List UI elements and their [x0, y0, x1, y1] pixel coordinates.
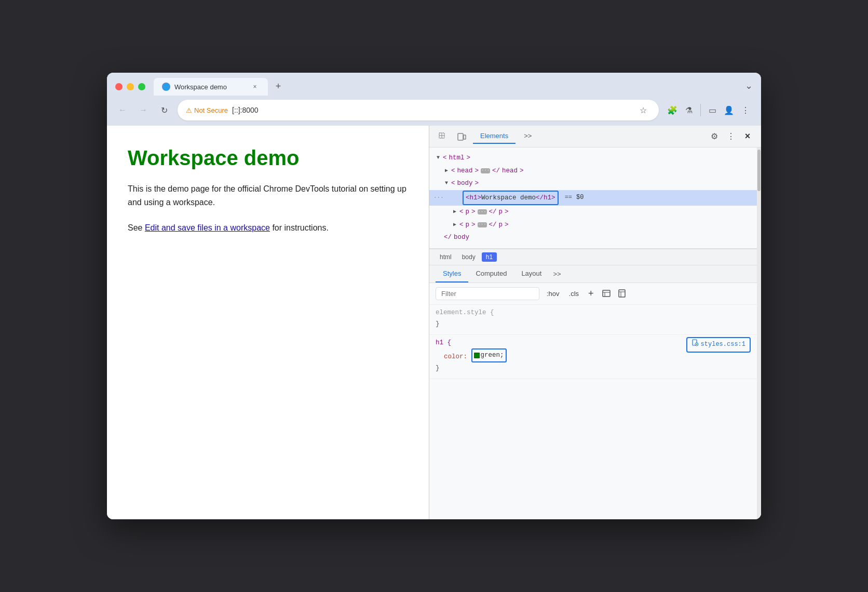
extensions-button[interactable]: 🧩	[665, 103, 680, 117]
profile-button[interactable]: 👤	[722, 103, 736, 117]
filter-actions: :hov .cls +	[544, 287, 628, 300]
svg-rect-5	[603, 290, 610, 297]
dom-tree-area: ▼ <html> ▶ <head> ··· </head>	[429, 147, 757, 249]
styles-tab-row: Styles Computed Layout >>	[429, 265, 757, 283]
dom-row-body[interactable]: ▼ <body>	[429, 177, 757, 190]
elements-tab[interactable]: Elements	[473, 129, 516, 144]
svg-point-13	[696, 343, 697, 344]
expand-html[interactable]: ▼	[436, 155, 441, 160]
forward-button[interactable]: →	[136, 103, 151, 117]
more-tabs-button[interactable]: ⌄	[745, 80, 753, 96]
html-tag: <	[443, 152, 447, 164]
device-toggle-button[interactable]	[454, 129, 469, 144]
labs-button[interactable]: ⚗	[682, 103, 696, 117]
security-indicator: ⚠ Not Secure	[186, 106, 228, 114]
tab-close-button[interactable]: ×	[250, 82, 260, 91]
styles-more-tabs[interactable]: >>	[553, 270, 561, 278]
tab-title: Workspace demo	[174, 83, 227, 91]
devtools-close-button[interactable]: ×	[740, 129, 755, 144]
element-style-block: element.style { }	[429, 305, 757, 335]
filter-input[interactable]	[436, 287, 539, 300]
workspace-link[interactable]: Edit and save files in a workspace	[145, 223, 270, 232]
h1-css-content: h1 { color: green; }	[436, 337, 507, 374]
expand-p2[interactable]: ▶	[452, 222, 457, 227]
file-icon	[691, 339, 699, 351]
style-icon-btn1[interactable]	[600, 287, 613, 300]
devtools-scrollbar[interactable]	[757, 147, 761, 519]
dom-row-p2[interactable]: ▶ <p> ··· </p>	[429, 219, 757, 232]
dom-row-body-close: </body	[429, 231, 757, 244]
head-ellipsis[interactable]: ···	[481, 168, 490, 173]
styles-panel: Styles Computed Layout >> :hov .cls +	[429, 265, 757, 520]
new-tab-button[interactable]: +	[270, 79, 287, 96]
page-paragraph2: See Edit and save files in a workspace f…	[128, 221, 408, 235]
devtools-tabs: Elements	[473, 129, 516, 144]
element-style-close: }	[436, 320, 440, 328]
tab-row: 🌐 Workspace demo × + ⌄	[115, 78, 753, 96]
back-button[interactable]: ←	[115, 103, 130, 117]
hov-button[interactable]: :hov	[544, 289, 563, 299]
more-devtools-tabs[interactable]: >>	[520, 129, 536, 144]
inspect-button[interactable]	[436, 129, 450, 144]
breadcrumb-h1[interactable]: h1	[482, 252, 497, 262]
maximize-traffic-light[interactable]	[138, 83, 145, 90]
h1-equals: ==	[565, 192, 572, 204]
h1-selected-highlight: <h1>Workspace demo</h1>	[463, 191, 559, 206]
svg-rect-4	[464, 135, 466, 139]
bookmark-button[interactable]: ☆	[636, 103, 650, 117]
paragraph2-post: for instructions.	[270, 223, 329, 232]
devtools-toolbar: Elements >> ⚙ ⋮ ×	[429, 126, 761, 147]
p1-ellipsis[interactable]: ···	[478, 209, 487, 214]
active-tab[interactable]: 🌐 Workspace demo ×	[154, 78, 268, 96]
address-row: ← → ↻ ⚠ Not Secure [::]:8000 ☆ 🧩 ⚗ ▭ 👤 ⋮	[107, 96, 761, 126]
browser-window: 🌐 Workspace demo × + ⌄ ← → ↻ ⚠ Not Secur…	[107, 73, 761, 519]
dom-row-p1[interactable]: ▶ <p> ··· </p>	[429, 206, 757, 219]
color-value-highlight: green;	[471, 348, 507, 362]
content-area: Workspace demo This is the demo page for…	[107, 126, 761, 519]
address-bar[interactable]: ⚠ Not Secure [::]:8000 ☆	[178, 100, 659, 120]
refresh-button[interactable]: ↻	[157, 103, 171, 117]
styles-tab[interactable]: Styles	[436, 265, 468, 282]
h1-css-property-line: color: green;	[436, 353, 507, 360]
tab-favicon: 🌐	[162, 83, 170, 91]
expand-body[interactable]: ▼	[444, 181, 449, 186]
dom-row-h1[interactable]: ··· <h1>Workspace demo</h1> == $0	[429, 190, 757, 206]
color-swatch-green[interactable]	[474, 353, 480, 358]
h1-rule-block: h1 { color: green; }	[429, 335, 757, 379]
breadcrumb-row: html body h1	[429, 249, 757, 265]
devtools-settings-button[interactable]: ⚙	[707, 129, 722, 144]
security-text: Not Secure	[194, 106, 228, 114]
expand-head[interactable]: ▶	[444, 168, 449, 173]
address-text: [::]:8000	[232, 106, 259, 114]
dom-row-head[interactable]: ▶ <head> ··· </head>	[429, 165, 757, 178]
h1-css-selector: h1 {	[436, 339, 451, 346]
file-link-text[interactable]: styles.css:1	[701, 339, 745, 351]
scrollbar-thumb[interactable]	[757, 150, 761, 191]
layout-tab[interactable]: Layout	[514, 265, 549, 282]
breadcrumb-body[interactable]: body	[458, 252, 480, 262]
minimize-traffic-light[interactable]	[127, 83, 134, 90]
address-actions: ☆	[636, 103, 650, 117]
menu-button[interactable]: ⋮	[738, 103, 753, 117]
color-value: green;	[481, 349, 504, 361]
toolbar-separator	[700, 104, 701, 116]
computed-tab[interactable]: Computed	[468, 265, 514, 282]
file-link[interactable]: styles.css:1	[686, 337, 751, 353]
style-icon-btn2[interactable]	[616, 287, 628, 300]
expand-p1[interactable]: ▶	[452, 209, 457, 214]
svg-rect-3	[458, 133, 463, 140]
cls-button[interactable]: .cls	[566, 289, 582, 299]
dom-tree: ▼ <html> ▶ <head> ··· </head>	[429, 147, 757, 249]
devtools-panel: Elements >> ⚙ ⋮ × ▼	[429, 126, 761, 519]
p2-ellipsis[interactable]: ···	[478, 222, 487, 227]
sidebar-button[interactable]: ▭	[705, 103, 720, 117]
dom-row-indicator: ···	[433, 193, 444, 203]
add-style-button[interactable]: +	[585, 287, 597, 300]
devtools-menu-button[interactable]: ⋮	[724, 129, 738, 144]
html-tagname: html	[449, 152, 465, 164]
h1-css-close: }	[436, 365, 440, 372]
dom-row-html[interactable]: ▼ <html>	[429, 152, 757, 165]
close-traffic-light[interactable]	[115, 83, 123, 90]
devtools-toolbar-right: ⚙ ⋮ ×	[707, 129, 755, 144]
breadcrumb-html[interactable]: html	[436, 252, 456, 262]
